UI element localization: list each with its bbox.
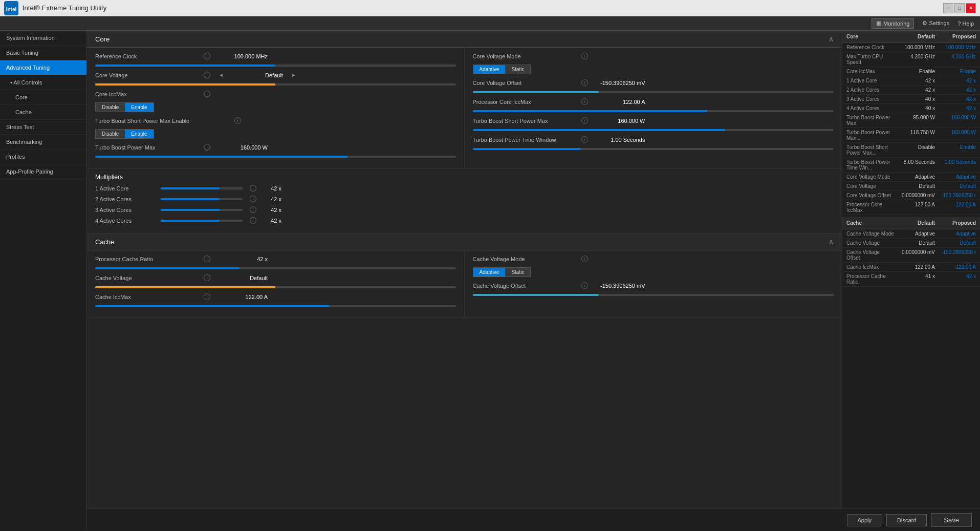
multiplier-3-info[interactable]: i [250,206,256,213]
processor-core-iccmax-slider[interactable] [473,110,834,112]
voltage-mode-static-btn[interactable]: Static [505,65,530,74]
app-title: Intel® Extreme Tuning Utility [23,4,943,12]
core-iccmax-enable-btn[interactable]: Enable [125,103,153,112]
turbo-power-time-window-slider[interactable] [473,148,834,150]
turbo-short-power-enable-btn[interactable]: Enable [125,130,153,138]
processor-cache-ratio-info[interactable]: i [204,256,210,262]
multiplier-2-slider[interactable] [161,196,243,202]
core-voltage-arrow-right: ► [291,72,296,78]
core-iccmax-disable-btn[interactable]: Disable [96,103,125,112]
core-voltage-slider[interactable] [95,83,456,86]
multiplier-3-value: 42 x [264,207,281,213]
core-voltage-mode-toggle: Adaptive Static [473,65,834,74]
close-button[interactable]: ✕ [966,3,976,13]
sidebar-item-app-profile[interactable]: App-Profile Pairing [0,164,86,179]
core-voltage-mode-info[interactable]: i [581,53,588,59]
multiplier-4-info[interactable]: i [250,217,256,224]
cache-collapse-button[interactable]: ∧ [829,238,834,246]
cache-voltage-info[interactable]: i [204,274,210,281]
help-button[interactable]: ? Help [957,20,974,27]
core-iccmax-info-icon[interactable]: i [204,91,210,97]
turbo-short-power-enable-info[interactable]: i [234,117,241,124]
multiplier-row-1: 1 Active Core i 42 x [95,185,834,192]
cache-voltage-offset-info[interactable]: i [581,282,588,289]
sidebar-item-cache[interactable]: Cache [0,105,86,120]
multiplier-1-slider[interactable] [161,185,243,192]
turbo-short-power-disable-btn[interactable]: Disable [96,130,125,138]
rp-core-col: Core [846,34,894,39]
multiplier-1-info[interactable]: i [250,185,256,192]
reference-clock-value: 100.000 MHz [216,53,268,59]
core-iccmax-row: Core IccMax i [95,91,456,97]
core-collapse-button[interactable]: ∧ [829,35,834,43]
title-bar: intel Intel® Extreme Tuning Utility ─ □ … [0,0,980,16]
right-panel-cache-row: Cache Voltage ModeAdaptiveAdaptive [842,229,980,239]
turbo-short-power-max-info[interactable]: i [581,117,588,124]
cache-section-header: Cache ∧ [87,233,842,250]
turbo-power-time-window-row: Turbo Boost Power Time Window i 1.00 Sec… [473,136,834,143]
core-voltage-offset-info[interactable]: i [581,79,588,86]
turbo-power-max-slider[interactable] [95,156,456,158]
core-voltage-offset-slider[interactable] [473,91,834,93]
cache-voltage-mode-static-btn[interactable]: Static [505,268,530,277]
cache-voltage-slider[interactable] [95,286,456,288]
voltage-mode-adaptive-btn[interactable]: Adaptive [473,65,506,74]
rp-proposed-col: Proposed [935,34,976,39]
turbo-short-power-enable-label: Turbo Boost Short Power Max Enable [95,118,228,124]
right-panel-core-row: Reference Clock100.000 MHz100.000 MHz [842,43,980,52]
save-button[interactable]: Save [931,513,972,527]
sidebar-item-system-info[interactable]: System Information [0,31,86,46]
cache-iccmax-info[interactable]: i [204,293,210,300]
cache-section-title: Cache [95,238,115,246]
cache-voltage-offset-slider[interactable] [473,294,834,296]
core-voltage-mode-label: Core Voltage Mode [473,53,575,59]
settings-button[interactable]: ⚙ Settings [922,20,949,27]
multipliers-title: Multipliers [95,174,834,181]
maximize-button[interactable]: □ [954,3,965,13]
sidebar-item-advanced-tuning[interactable]: Advanced Tuning [0,60,86,75]
cache-iccmax-slider[interactable] [95,305,456,307]
multiplier-4-slider[interactable] [161,218,243,224]
core-voltage-row: Core Voltage i ◄ Default ► [95,72,456,78]
monitoring-icon: ▦ [876,20,881,27]
cache-voltage-offset-label: Cache Voltage Offset [473,283,575,289]
turbo-power-time-window-info[interactable]: i [581,136,588,143]
processor-core-iccmax-info[interactable]: i [581,98,588,105]
core-voltage-offset-row: Core Voltage Offset i -150.3906250 mV [473,79,834,86]
sidebar-item-basic-tuning[interactable]: Basic Tuning [0,46,86,60]
reference-clock-slider[interactable] [95,65,456,67]
sidebar-item-profiles[interactable]: Profiles [0,150,86,164]
sidebar: System Information Basic Tuning Advanced… [0,31,87,531]
processor-cache-ratio-value: 42 x [216,256,268,262]
processor-cache-ratio-slider[interactable] [95,267,456,269]
sidebar-item-core[interactable]: Core [0,90,86,105]
monitoring-button[interactable]: ▦ Monitoring [872,18,914,29]
turbo-power-max-info[interactable]: i [204,144,210,151]
right-panel-cache-row: Cache IccMax122.00 A122.00 A [842,263,980,272]
multiplier-1-label: 1 Active Core [95,185,157,192]
discard-button[interactable]: Discard [886,514,927,526]
cache-voltage-row: Cache Voltage i Default [95,274,456,281]
processor-cache-ratio-label: Processor Cache Ratio [95,256,198,262]
apply-button[interactable]: Apply [847,514,883,526]
sidebar-item-benchmarking[interactable]: Benchmarking [0,135,86,150]
right-panel-core-row: Core VoltageDefaultDefault [842,182,980,191]
right-panel-cache-row: Processor Cache Ratio41 x42 x [842,272,980,287]
multiplier-2-label: 2 Active Cores [95,196,157,202]
multiplier-2-info[interactable]: i [250,196,256,202]
reference-clock-info-icon[interactable]: i [204,53,210,59]
minimize-button[interactable]: ─ [943,3,953,13]
cache-voltage-offset-value: -150.3906250 mV [594,283,645,289]
right-panel-core-row: Turbo Boost Power Max95.000 W160.000 W [842,113,980,128]
multiplier-2-value: 42 x [264,196,281,202]
cache-voltage-mode-adaptive-btn[interactable]: Adaptive [473,268,506,277]
sidebar-item-stress-test[interactable]: Stress Test [0,120,86,135]
core-voltage-value: Default [232,72,283,78]
core-voltage-info-icon[interactable]: i [204,72,210,78]
multiplier-4-value: 42 x [264,218,281,224]
turbo-short-power-max-slider[interactable] [473,129,834,131]
right-panel-core-row: 4 Active Cores40 x42 x [842,104,980,113]
multiplier-3-slider[interactable] [161,207,243,213]
sidebar-item-all-controls[interactable]: • All Controls [0,75,86,90]
cache-voltage-mode-info[interactable]: i [581,256,588,262]
